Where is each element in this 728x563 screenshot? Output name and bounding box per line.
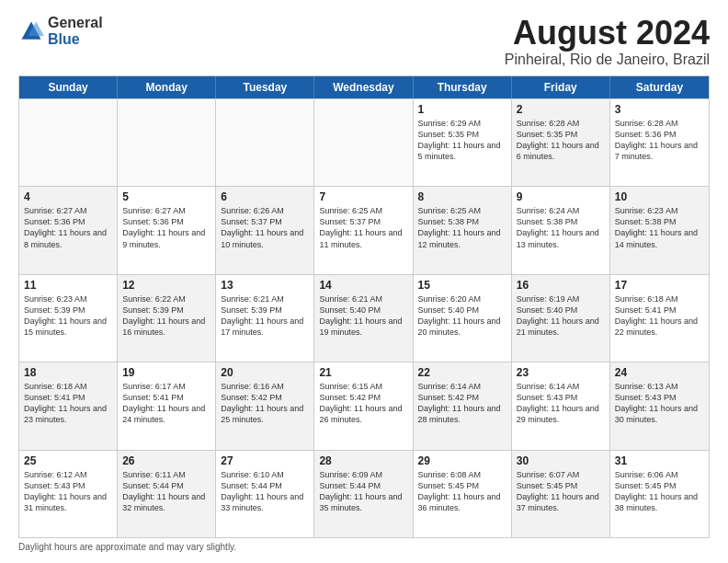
day-number: 29 (418, 454, 506, 467)
day-number: 20 (221, 366, 309, 379)
logo: General Blue (18, 15, 103, 47)
calendar-row: 4Sunrise: 6:27 AM Sunset: 5:36 PM Daylig… (19, 186, 709, 273)
calendar-cell: 21Sunrise: 6:15 AM Sunset: 5:42 PM Dayli… (314, 362, 413, 449)
day-number: 31 (615, 454, 704, 467)
day-info: Sunrise: 6:18 AM Sunset: 5:41 PM Dayligh… (24, 381, 112, 426)
day-of-week-header: Saturday (610, 76, 709, 98)
day-info: Sunrise: 6:25 AM Sunset: 5:37 PM Dayligh… (319, 205, 407, 250)
logo-text: General Blue (48, 15, 103, 47)
day-info: Sunrise: 6:07 AM Sunset: 5:45 PM Dayligh… (517, 469, 605, 514)
day-info: Sunrise: 6:14 AM Sunset: 5:43 PM Dayligh… (517, 381, 605, 426)
day-number: 30 (517, 454, 605, 467)
day-number: 8 (418, 190, 506, 203)
logo-general: General (48, 15, 103, 31)
calendar-body: 1Sunrise: 6:29 AM Sunset: 5:35 PM Daylig… (19, 98, 709, 537)
calendar-cell: 11Sunrise: 6:23 AM Sunset: 5:39 PM Dayli… (19, 275, 118, 362)
day-of-week-header: Tuesday (216, 76, 314, 98)
day-number: 1 (418, 103, 506, 116)
day-info: Sunrise: 6:27 AM Sunset: 5:36 PM Dayligh… (24, 205, 112, 250)
calendar-cell (314, 99, 413, 186)
day-number: 2 (517, 103, 605, 116)
calendar-cell: 7Sunrise: 6:25 AM Sunset: 5:37 PM Daylig… (314, 187, 413, 273)
day-info: Sunrise: 6:28 AM Sunset: 5:35 PM Dayligh… (517, 118, 605, 163)
day-number: 27 (221, 454, 309, 467)
day-number: 18 (24, 366, 112, 379)
calendar-cell: 29Sunrise: 6:08 AM Sunset: 5:45 PM Dayli… (414, 451, 512, 537)
calendar-cell: 13Sunrise: 6:21 AM Sunset: 5:39 PM Dayli… (216, 275, 314, 362)
day-number: 22 (418, 366, 506, 379)
day-of-week-header: Monday (118, 76, 216, 98)
day-info: Sunrise: 6:18 AM Sunset: 5:41 PM Dayligh… (615, 293, 704, 339)
day-number: 14 (319, 279, 407, 292)
calendar-cell: 22Sunrise: 6:14 AM Sunset: 5:42 PM Dayli… (414, 362, 512, 449)
day-number: 15 (418, 279, 506, 292)
day-info: Sunrise: 6:20 AM Sunset: 5:40 PM Dayligh… (418, 293, 506, 339)
day-number: 26 (122, 454, 210, 467)
calendar-cell: 24Sunrise: 6:13 AM Sunset: 5:43 PM Dayli… (610, 362, 709, 449)
calendar-cell: 26Sunrise: 6:11 AM Sunset: 5:44 PM Dayli… (118, 451, 216, 537)
day-info: Sunrise: 6:23 AM Sunset: 5:39 PM Dayligh… (24, 293, 112, 339)
calendar-cell: 5Sunrise: 6:27 AM Sunset: 5:36 PM Daylig… (118, 187, 216, 273)
calendar-cell: 6Sunrise: 6:26 AM Sunset: 5:37 PM Daylig… (216, 187, 314, 273)
calendar-cell: 17Sunrise: 6:18 AM Sunset: 5:41 PM Dayli… (610, 275, 709, 362)
calendar-row: 18Sunrise: 6:18 AM Sunset: 5:41 PM Dayli… (19, 362, 709, 449)
footer-note: Daylight hours are approximate and may v… (18, 542, 710, 552)
day-info: Sunrise: 6:19 AM Sunset: 5:40 PM Dayligh… (517, 293, 605, 339)
calendar-cell: 27Sunrise: 6:10 AM Sunset: 5:44 PM Dayli… (216, 451, 314, 537)
day-number: 16 (517, 279, 605, 292)
calendar-cell: 28Sunrise: 6:09 AM Sunset: 5:44 PM Dayli… (314, 451, 413, 537)
calendar-cell: 4Sunrise: 6:27 AM Sunset: 5:36 PM Daylig… (19, 187, 118, 273)
day-number: 5 (122, 190, 210, 203)
calendar-cell: 19Sunrise: 6:17 AM Sunset: 5:41 PM Dayli… (118, 362, 216, 449)
day-number: 4 (24, 190, 112, 203)
day-info: Sunrise: 6:21 AM Sunset: 5:40 PM Dayligh… (319, 293, 407, 339)
calendar-cell: 2Sunrise: 6:28 AM Sunset: 5:35 PM Daylig… (512, 99, 610, 186)
day-number: 19 (122, 366, 210, 379)
day-number: 25 (24, 454, 112, 467)
logo-blue: Blue (48, 31, 103, 48)
calendar-cell: 15Sunrise: 6:20 AM Sunset: 5:40 PM Dayli… (414, 275, 512, 362)
day-number: 24 (615, 366, 704, 379)
day-info: Sunrise: 6:10 AM Sunset: 5:44 PM Dayligh… (221, 469, 309, 514)
day-info: Sunrise: 6:29 AM Sunset: 5:35 PM Dayligh… (418, 118, 506, 163)
calendar-header: SundayMondayTuesdayWednesdayThursdayFrid… (19, 76, 709, 98)
day-info: Sunrise: 6:16 AM Sunset: 5:42 PM Dayligh… (221, 381, 309, 426)
day-info: Sunrise: 6:13 AM Sunset: 5:43 PM Dayligh… (615, 381, 704, 426)
calendar-cell: 23Sunrise: 6:14 AM Sunset: 5:43 PM Dayli… (512, 362, 610, 449)
calendar-cell: 30Sunrise: 6:07 AM Sunset: 5:45 PM Dayli… (512, 451, 610, 537)
day-info: Sunrise: 6:06 AM Sunset: 5:45 PM Dayligh… (615, 469, 704, 514)
calendar-cell: 12Sunrise: 6:22 AM Sunset: 5:39 PM Dayli… (118, 275, 216, 362)
day-number: 13 (221, 279, 309, 292)
day-info: Sunrise: 6:12 AM Sunset: 5:43 PM Dayligh… (24, 469, 112, 514)
calendar-cell: 31Sunrise: 6:06 AM Sunset: 5:45 PM Dayli… (610, 451, 709, 537)
calendar-cell (118, 99, 216, 186)
title-block: August 2024 Pinheiral, Rio de Janeiro, B… (505, 15, 710, 68)
day-info: Sunrise: 6:11 AM Sunset: 5:44 PM Dayligh… (122, 469, 210, 514)
calendar: SundayMondayTuesdayWednesdayThursdayFrid… (18, 75, 710, 538)
day-number: 17 (615, 279, 704, 292)
day-number: 9 (517, 190, 605, 203)
calendar-cell: 18Sunrise: 6:18 AM Sunset: 5:41 PM Dayli… (19, 362, 118, 449)
day-info: Sunrise: 6:27 AM Sunset: 5:36 PM Dayligh… (122, 205, 210, 250)
calendar-row: 25Sunrise: 6:12 AM Sunset: 5:43 PM Dayli… (19, 450, 709, 537)
location-title: Pinheiral, Rio de Janeiro, Brazil (505, 52, 710, 68)
day-number: 21 (319, 366, 407, 379)
day-of-week-header: Sunday (19, 76, 118, 98)
day-number: 12 (122, 279, 210, 292)
day-number: 23 (517, 366, 605, 379)
day-info: Sunrise: 6:14 AM Sunset: 5:42 PM Dayligh… (418, 381, 506, 426)
calendar-cell: 1Sunrise: 6:29 AM Sunset: 5:35 PM Daylig… (414, 99, 512, 186)
day-number: 7 (319, 190, 407, 203)
day-info: Sunrise: 6:22 AM Sunset: 5:39 PM Dayligh… (122, 293, 210, 339)
day-number: 28 (319, 454, 407, 467)
day-info: Sunrise: 6:28 AM Sunset: 5:36 PM Dayligh… (615, 118, 704, 163)
month-year-title: August 2024 (505, 15, 710, 52)
day-of-week-header: Wednesday (314, 76, 413, 98)
day-info: Sunrise: 6:26 AM Sunset: 5:37 PM Dayligh… (221, 205, 309, 250)
calendar-cell: 8Sunrise: 6:25 AM Sunset: 5:38 PM Daylig… (414, 187, 512, 273)
calendar-cell: 9Sunrise: 6:24 AM Sunset: 5:38 PM Daylig… (512, 187, 610, 273)
day-of-week-header: Friday (512, 76, 610, 98)
day-of-week-header: Thursday (414, 76, 512, 98)
day-info: Sunrise: 6:23 AM Sunset: 5:38 PM Dayligh… (615, 205, 704, 250)
day-number: 11 (24, 279, 112, 292)
